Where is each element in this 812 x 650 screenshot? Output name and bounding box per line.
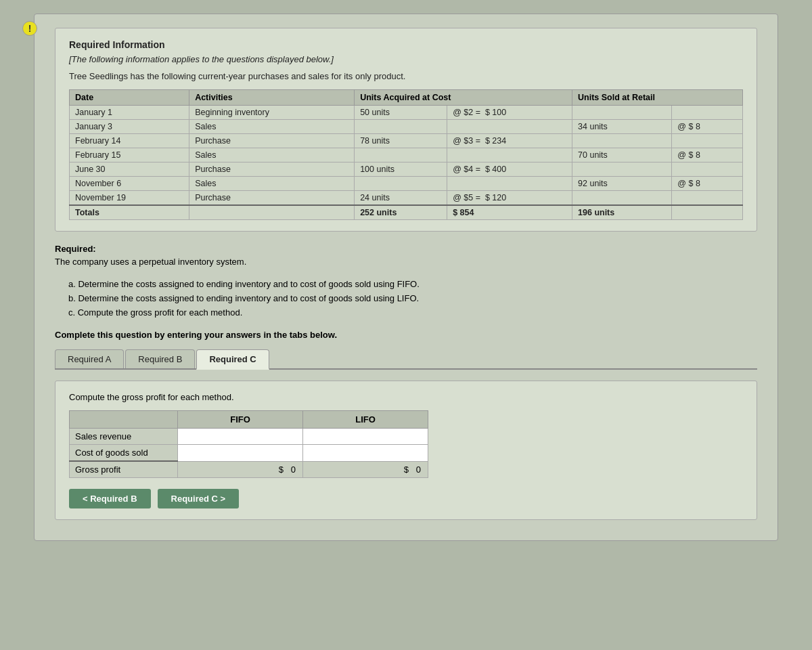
row-date: November 6 xyxy=(70,177,189,191)
row-units-acq: 78 units xyxy=(355,134,447,148)
table-row: November 6 Sales 92 units @ $ 8 xyxy=(70,177,743,191)
row-activity: Purchase xyxy=(189,134,355,148)
row-retail: @ $ 8 xyxy=(672,148,743,162)
row-retail: @ $ 8 xyxy=(672,177,743,191)
fifo-sales-input[interactable] xyxy=(178,429,302,444)
row-cost xyxy=(447,177,572,191)
row-date: November 19 xyxy=(70,191,189,206)
row-cost: @ $4 = $ 400 xyxy=(447,162,572,177)
fifo-gross-profit-td: $ 0 xyxy=(178,461,303,478)
tabs-row: Required A Required B Required C xyxy=(55,349,757,370)
fifo-cogs-cell[interactable] xyxy=(178,445,303,462)
lifo-sales-input[interactable] xyxy=(303,429,428,444)
inventory-table: Date Activities Units Acquired at Cost U… xyxy=(69,89,743,220)
row-retail xyxy=(672,134,743,148)
perpetual-note: The company uses a perpetual inventory s… xyxy=(55,257,757,267)
row-date: January 1 xyxy=(70,106,189,120)
row-activity: Purchase xyxy=(189,191,355,206)
forward-required-c-button[interactable]: Required C > xyxy=(158,489,240,508)
table-row: November 19 Purchase 24 units @ $5 = $ 1… xyxy=(70,191,743,206)
col-units-acquired: Units Acquired at Cost xyxy=(355,90,572,106)
row-units-sold: 34 units xyxy=(572,120,672,134)
required-c-label: Required C > xyxy=(171,494,226,504)
lifo-gross-profit-td: $ 0 xyxy=(303,461,428,478)
answer-section: Compute the gross profit for each method… xyxy=(55,381,757,520)
label-sales-revenue: Sales revenue xyxy=(70,429,178,445)
row-retail xyxy=(672,106,743,120)
row-total-retail xyxy=(672,205,743,220)
row-units-acq xyxy=(355,148,447,162)
table-row: January 1 Beginning inventory 50 units @… xyxy=(70,106,743,120)
combined-answer-table: FIFO LIFO Sales revenue Cost of goods so… xyxy=(69,410,428,478)
instruction-list: a. Determine the costs assigned to endin… xyxy=(68,278,757,320)
row-units-sold: 92 units xyxy=(572,177,672,191)
row-activity: Sales xyxy=(189,177,355,191)
row-units-sold xyxy=(572,134,672,148)
answer-description: Compute the gross profit for each method… xyxy=(69,392,743,402)
instruction-a: a. Determine the costs assigned to endin… xyxy=(68,278,757,292)
instruction-b: b. Determine the costs assigned to endin… xyxy=(68,292,757,306)
row-units-sold xyxy=(572,191,672,206)
alert-icon: ! xyxy=(22,21,37,36)
fifo-cogs-input[interactable] xyxy=(178,446,302,461)
required-info-box: Required Information [The following info… xyxy=(55,28,757,232)
col-units-sold: Units Sold at Retail xyxy=(572,90,743,106)
answer-row-sales-revenue: Sales revenue xyxy=(70,429,428,445)
row-units-acq xyxy=(355,120,447,134)
back-required-b-button[interactable]: < Required B xyxy=(69,489,151,508)
row-retail xyxy=(672,162,743,177)
required-heading: Required: xyxy=(55,244,757,254)
tab-required-a[interactable]: Required A xyxy=(55,349,124,368)
row-activity: Sales xyxy=(189,120,355,134)
row-retail xyxy=(672,191,743,206)
row-date: June 30 xyxy=(70,162,189,177)
row-cost xyxy=(447,120,572,134)
row-total-cost: $ 854 xyxy=(447,205,572,220)
lifo-cogs-input[interactable] xyxy=(303,446,428,461)
row-activity-totals xyxy=(189,205,355,220)
instruction-c: c. Compute the gross profit for each met… xyxy=(68,306,757,320)
fifo-sales-input-cell[interactable] xyxy=(178,429,303,445)
row-cost: @ $5 = $ 120 xyxy=(447,191,572,206)
row-date: February 15 xyxy=(70,148,189,162)
row-units-sold: 70 units xyxy=(572,148,672,162)
row-retail: @ $ 8 xyxy=(672,120,743,134)
table-row: February 15 Sales 70 units @ $ 8 xyxy=(70,148,743,162)
label-gross-profit: Gross profit xyxy=(70,461,178,478)
answer-row-cogs: Cost of goods sold xyxy=(70,445,428,462)
col-date: Date xyxy=(70,90,189,106)
lifo-sales-input-cell[interactable] xyxy=(303,429,428,445)
nav-buttons: < Required B Required C > xyxy=(69,489,743,508)
row-date: January 3 xyxy=(70,120,189,134)
page-container: ! Required Information [The following in… xyxy=(34,14,778,541)
table-row: June 30 Purchase 100 units @ $4 = $ 400 xyxy=(70,162,743,177)
table-row-totals: Totals 252 units $ 854 196 units xyxy=(70,205,743,220)
lifo-cogs-cell[interactable] xyxy=(303,445,428,462)
row-date-totals: Totals xyxy=(70,205,189,220)
table-row: February 14 Purchase 78 units @ $3 = $ 2… xyxy=(70,134,743,148)
label-cogs: Cost of goods sold xyxy=(70,445,178,462)
italic-note: [The following information applies to th… xyxy=(69,54,743,64)
row-units-sold xyxy=(572,106,672,120)
tab-required-c[interactable]: Required C xyxy=(196,349,269,370)
row-cost: @ $2 = $ 100 xyxy=(447,106,572,120)
row-activity: Sales xyxy=(189,148,355,162)
intro-text: Tree Seedlings has the following current… xyxy=(69,71,743,81)
answer-row-gross-profit: Gross profit $ 0 $ 0 xyxy=(70,461,428,478)
row-total-units-acq: 252 units xyxy=(355,205,447,220)
table-row: January 3 Sales 34 units @ $ 8 xyxy=(70,120,743,134)
row-date: February 14 xyxy=(70,134,189,148)
row-units-acq: 100 units xyxy=(355,162,447,177)
row-total-units-sold: 196 units xyxy=(572,205,672,220)
row-cost: @ $3 = $ 234 xyxy=(447,134,572,148)
tab-required-b[interactable]: Required B xyxy=(125,349,195,368)
row-units-acq xyxy=(355,177,447,191)
row-cost xyxy=(447,148,572,162)
row-activity: Purchase xyxy=(189,162,355,177)
row-units-acq: 24 units xyxy=(355,191,447,206)
col-activities: Activities xyxy=(189,90,355,106)
complete-instruction: Complete this question by entering your … xyxy=(55,330,757,340)
row-units-sold xyxy=(572,162,672,177)
row-units-acq: 50 units xyxy=(355,106,447,120)
row-activity: Beginning inventory xyxy=(189,106,355,120)
